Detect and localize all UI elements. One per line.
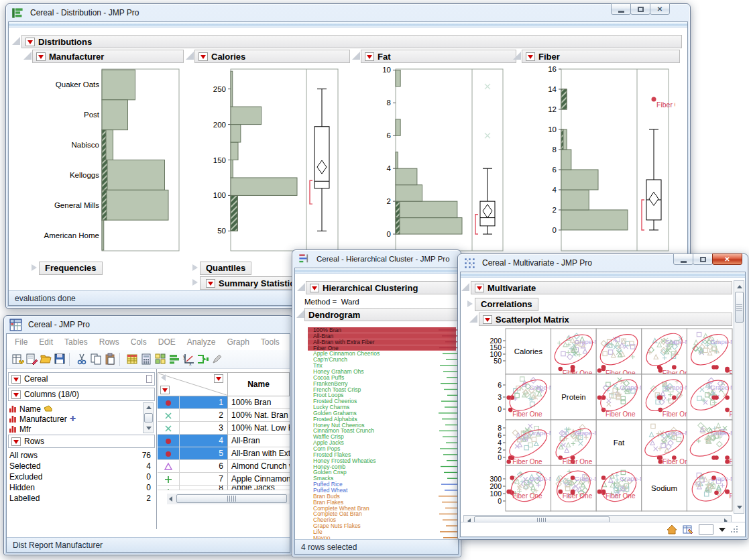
- maximize-button[interactable]: [693, 254, 713, 265]
- window-datatable[interactable]: Cereal - JMP Pro FileEditTablesRowsColsD…: [3, 315, 293, 555]
- menu-tables[interactable]: Tables: [64, 337, 88, 347]
- row-name-cell[interactable]: Apple Cinnamon Cheerios: [228, 473, 290, 486]
- row-state-cell[interactable]: [158, 435, 180, 447]
- red-triangle-menu[interactable]: [11, 390, 21, 399]
- row-state-cell[interactable]: [158, 409, 180, 422]
- close-button[interactable]: ✕: [650, 3, 670, 15]
- row-state-cell[interactable]: [158, 447, 180, 460]
- data-grid[interactable]: Name1100% Bran2100% Nat. Bran Oats & Hon…: [158, 369, 290, 539]
- collapse-triangle[interactable]: [296, 310, 304, 318]
- menu-doe[interactable]: DOE: [158, 337, 176, 347]
- data-table-icon[interactable]: [683, 525, 693, 535]
- dropdown-arrow[interactable]: [719, 528, 726, 532]
- distribution-titlebar[interactable]: Cereal - Distribution - JMP Pro: [6, 4, 690, 21]
- menu-rows[interactable]: Rows: [99, 337, 119, 347]
- dendrogram-tree[interactable]: [433, 326, 459, 542]
- panel-header-fiber[interactable]: Fiber: [522, 50, 680, 63]
- red-triangle-menu[interactable]: [365, 52, 374, 61]
- minimize-button[interactable]: [611, 3, 631, 15]
- distribution-bars-icon[interactable]: [168, 353, 181, 366]
- collapse-triangle[interactable]: [513, 52, 521, 60]
- frequencies-collapse-icon[interactable]: [32, 264, 37, 271]
- panel-header-calories[interactable]: Calories: [194, 50, 350, 63]
- summary-calc-icon[interactable]: [140, 353, 153, 366]
- row-state-cell[interactable]: [158, 422, 180, 435]
- row-name-cell[interactable]: All-Bran with Extra Fiber: [228, 447, 290, 460]
- dendrogram-header[interactable]: Dendrogram: [304, 308, 459, 321]
- histogram-manufacturer[interactable]: Quaker OatsPostNabiscoKelloggsGeneral Mi…: [42, 64, 186, 258]
- open-icon[interactable]: [40, 353, 52, 366]
- join-arrows-icon[interactable]: [196, 353, 209, 366]
- fit-yx-icon[interactable]: yx: [182, 353, 195, 366]
- row-state-cell[interactable]: [158, 396, 180, 409]
- collapse-triangle[interactable]: [23, 52, 32, 60]
- red-triangle-menu[interactable]: [214, 374, 223, 383]
- row-number-cell[interactable]: 7: [180, 473, 228, 486]
- red-triangle-menu[interactable]: [475, 284, 484, 292]
- row-number-cell[interactable]: 8: [180, 486, 228, 490]
- vertical-scrollbar[interactable]: [734, 280, 744, 514]
- row-number-cell[interactable]: 4: [180, 435, 228, 447]
- row-number-cell[interactable]: 1: [180, 396, 228, 409]
- red-triangle-menu[interactable]: [198, 52, 208, 61]
- grid-name-header[interactable]: Name: [228, 372, 290, 396]
- panel-expand-icon[interactable]: [147, 376, 152, 382]
- cluster-titlebar[interactable]: Cereal - Hierarchical Cluster - JMP Pro: [292, 250, 461, 268]
- cluster-header[interactable]: Hierarchical Clustering: [306, 281, 459, 294]
- cut-icon[interactable]: [76, 353, 89, 366]
- menu-file[interactable]: File: [15, 337, 27, 347]
- collapse-triangle[interactable]: [461, 283, 469, 291]
- window-grid-icon[interactable]: [154, 353, 167, 366]
- grid-collapse-icon[interactable]: [161, 374, 166, 381]
- column-item-name[interactable]: Name: [9, 404, 52, 414]
- journal-icon[interactable]: [25, 353, 38, 366]
- row-state-cell[interactable]: [158, 486, 180, 490]
- grid-h-scrollbar[interactable]: [167, 494, 290, 504]
- minimize-button[interactable]: [673, 254, 693, 265]
- row-state-cell[interactable]: [158, 460, 180, 473]
- table-name-panel[interactable]: Cereal: [8, 372, 155, 386]
- menu-edit[interactable]: Edit: [39, 337, 53, 347]
- row-number-cell[interactable]: 2: [180, 409, 228, 422]
- collapse-triangle[interactable]: [352, 52, 360, 60]
- summary-collapse-icon[interactable]: [192, 279, 198, 286]
- column-item-manufacturer[interactable]: Manufacturer✚: [9, 414, 76, 424]
- red-triangle-menu[interactable]: [526, 52, 535, 61]
- distributions-header[interactable]: Distributions: [21, 35, 682, 48]
- edit-pencil-icon[interactable]: [211, 353, 223, 366]
- columns-scrollbar[interactable]: [143, 402, 154, 433]
- histogram-calories[interactable]: 50100150200250: [203, 64, 347, 258]
- red-triangle-menu[interactable]: [310, 284, 319, 292]
- red-triangle-menu[interactable]: [25, 38, 35, 46]
- red-triangle-menu[interactable]: [11, 437, 21, 446]
- menu-cols[interactable]: Cols: [131, 337, 147, 347]
- histogram-fat[interactable]: 0246810: [367, 64, 511, 258]
- menu-graph[interactable]: Graph: [227, 337, 249, 347]
- column-item-mfr[interactable]: Mfr: [9, 424, 31, 434]
- close-button[interactable]: ✕: [712, 254, 742, 265]
- row-name-cell[interactable]: Almond Crunch w Raisins: [228, 460, 290, 473]
- collapse-triangle[interactable]: [186, 52, 194, 60]
- row-name-cell[interactable]: 100% Nat. Low Fat Granola w raisi: [228, 422, 290, 435]
- quantiles-button[interactable]: Quantiles: [200, 262, 251, 275]
- copy-icon[interactable]: [90, 353, 103, 366]
- collapse-triangle[interactable]: [12, 37, 20, 45]
- row-name-cell[interactable]: Apple Jacks: [228, 486, 290, 490]
- multivariate-header[interactable]: Multivariate: [471, 281, 732, 294]
- row-number-cell[interactable]: 3: [180, 422, 228, 435]
- row-number-cell[interactable]: 5: [180, 447, 228, 460]
- row-number-cell[interactable]: 6: [180, 460, 228, 473]
- collapse-triangle[interactable]: [469, 315, 477, 323]
- red-triangle-menu[interactable]: [483, 315, 492, 324]
- maximize-button[interactable]: [630, 3, 650, 15]
- frequencies-button[interactable]: Frequencies: [39, 262, 103, 275]
- red-triangle-menu[interactable]: [160, 386, 170, 394]
- summary-statistics-button[interactable]: Summary Statistics: [200, 276, 306, 290]
- red-triangle-menu[interactable]: [11, 375, 21, 384]
- paste-icon[interactable]: [104, 353, 117, 366]
- selection-box[interactable]: [699, 524, 713, 535]
- columns-panel-header[interactable]: Columns (18/0): [8, 388, 155, 401]
- scatterplot-matrix-header[interactable]: Scatterplot Matrix: [479, 313, 732, 326]
- row-name-cell[interactable]: 100% Bran: [228, 396, 290, 409]
- panel-header-manufacturer[interactable]: Manufacturer: [32, 50, 184, 63]
